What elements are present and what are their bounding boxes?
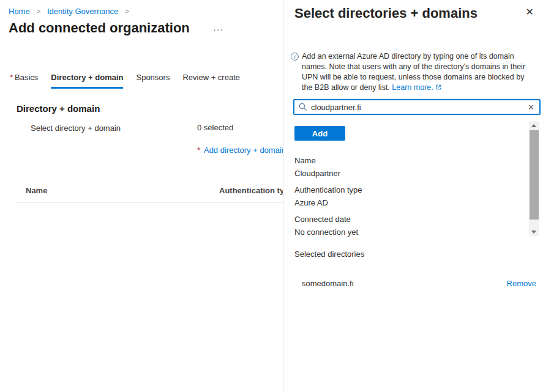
breadcrumb-home[interactable]: Home bbox=[9, 7, 30, 16]
chevron-right-icon: > bbox=[125, 7, 129, 16]
tab-directory-domain[interactable]: Directory + domain bbox=[51, 73, 123, 89]
selected-directory-name: somedomain.fi bbox=[302, 279, 354, 288]
scrollbar[interactable] bbox=[529, 121, 539, 236]
field-label: Name bbox=[294, 154, 525, 167]
tab-label: Review + create bbox=[182, 73, 240, 82]
scrollbar-thumb[interactable] bbox=[530, 130, 539, 220]
required-marker: * bbox=[10, 73, 13, 82]
add-button[interactable]: Add bbox=[294, 126, 345, 141]
directory-field: Name Cloudpartner bbox=[294, 154, 525, 180]
clear-icon[interactable]: ✕ bbox=[528, 103, 534, 112]
tab-label: Directory + domain bbox=[51, 73, 123, 82]
learn-more-link[interactable]: Learn more. bbox=[392, 83, 433, 92]
directory-field: Authentication type Azure AD bbox=[294, 183, 525, 209]
info-text: Add an external Azure AD directory by ty… bbox=[302, 51, 536, 93]
domain-search-input[interactable] bbox=[311, 103, 523, 112]
wizard-tabs: *Basics Directory + domain Sponsors Revi… bbox=[10, 73, 253, 89]
tab-label: Sponsors bbox=[136, 73, 170, 82]
required-marker: * bbox=[197, 146, 200, 155]
main-content: Home > Identity Governance > Add connect… bbox=[0, 0, 283, 392]
selected-count: 0 selected bbox=[197, 123, 233, 132]
external-link-icon[interactable] bbox=[435, 83, 442, 92]
tab-review-create[interactable]: Review + create bbox=[182, 73, 240, 89]
field-label: Connected date bbox=[294, 213, 525, 226]
add-directory-row: * Add directory + domain bbox=[197, 146, 283, 155]
field-value: No connection yet bbox=[294, 226, 525, 239]
breadcrumb: Home > Identity Governance > bbox=[9, 7, 133, 16]
select-directory-label: Select directory + domain bbox=[31, 124, 121, 133]
selected-directories-label: Selected directories bbox=[294, 250, 364, 259]
directory-field: Connected date No connection yet bbox=[294, 213, 525, 239]
scroll-down-icon[interactable] bbox=[529, 227, 539, 236]
breadcrumb-identity-governance[interactable]: Identity Governance bbox=[47, 7, 118, 16]
column-header-name[interactable]: Name bbox=[26, 186, 47, 195]
info-message: i Add an external Azure AD directory by … bbox=[291, 51, 536, 93]
panel-title: Select directories + domains bbox=[294, 6, 477, 21]
chevron-right-icon: > bbox=[36, 7, 40, 16]
selected-directory-row: somedomain.fi Remove bbox=[302, 279, 536, 288]
scroll-up-icon[interactable] bbox=[529, 121, 539, 130]
remove-link[interactable]: Remove bbox=[507, 279, 536, 288]
directory-result: Add Name Cloudpartner Authentication typ… bbox=[283, 120, 543, 239]
directory-result-scroll-area: Add Name Cloudpartner Authentication typ… bbox=[283, 120, 543, 239]
field-value: Cloudpartner bbox=[294, 167, 525, 180]
close-icon[interactable]: ✕ bbox=[526, 7, 534, 17]
search-icon bbox=[299, 103, 307, 111]
tab-sponsors[interactable]: Sponsors bbox=[136, 73, 170, 89]
field-label: Authentication type bbox=[294, 183, 525, 196]
column-header-authentication-type[interactable]: Authentication type bbox=[219, 186, 283, 195]
domain-search-box: ✕ bbox=[293, 99, 541, 115]
info-icon: i bbox=[291, 53, 299, 61]
field-value: Azure AD bbox=[294, 196, 525, 209]
app-window: Home > Identity Governance > Add connect… bbox=[0, 0, 543, 392]
select-directories-panel: Select directories + domains ✕ i Add an … bbox=[283, 0, 543, 392]
more-options-icon[interactable]: ··· bbox=[213, 24, 223, 34]
page-title: Add connected organization bbox=[9, 20, 190, 36]
tab-basics[interactable]: *Basics bbox=[10, 73, 38, 89]
section-title: Directory + domain bbox=[17, 103, 100, 114]
tab-label: Basics bbox=[15, 73, 38, 82]
add-directory-link[interactable]: Add directory + domain bbox=[204, 146, 283, 155]
table-divider bbox=[15, 202, 283, 203]
